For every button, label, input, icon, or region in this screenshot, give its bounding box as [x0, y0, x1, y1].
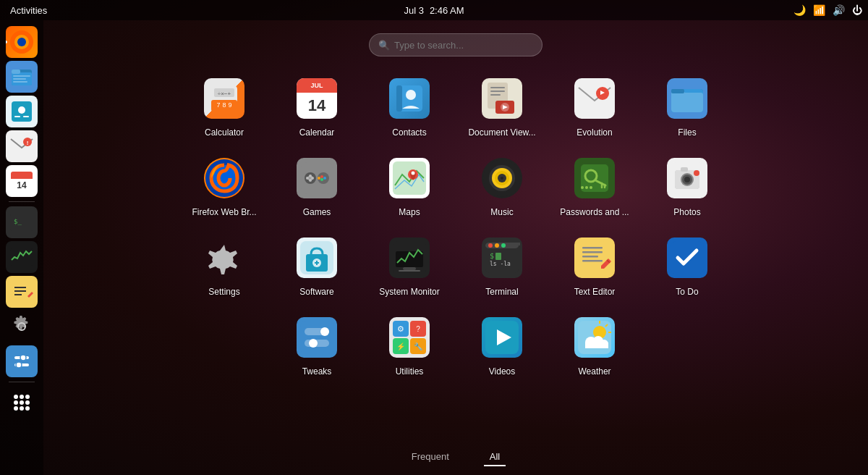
app-calendar[interactable]: JUL 14 Calendar — [271, 64, 363, 143]
svg-point-65 — [323, 177, 326, 180]
app-calculator[interactable]: ÷×−+ 7 8 9 Calculator — [178, 64, 271, 143]
todo-icon-wrap — [664, 235, 710, 281]
svg-rect-116 — [582, 251, 603, 253]
svg-rect-46 — [490, 94, 501, 96]
app-contacts[interactable]: Contacts — [363, 64, 456, 143]
music-label: Music — [490, 207, 513, 217]
top-bar-center: Jul 3 2:46 AM — [404, 5, 464, 16]
svg-point-92 — [684, 177, 690, 182]
svg-rect-11 — [14, 116, 20, 117]
sidebar-item-tweaks[interactable] — [6, 345, 38, 377]
sidebar-item-firefox[interactable] — [6, 26, 38, 58]
svg-rect-144 — [585, 342, 608, 348]
app-games[interactable]: Games — [271, 143, 363, 223]
app-grid: ÷×−+ 7 8 9 Calculator JUL — [178, 64, 733, 442]
app-evolution[interactable]: Evolution — [548, 64, 641, 143]
files-icon-wrap — [664, 75, 710, 122]
photos-icon-wrap — [664, 155, 710, 201]
svg-text:🔧: 🔧 — [414, 342, 423, 351]
tab-all[interactable]: All — [484, 448, 506, 466]
moon-icon[interactable]: 🌙 — [793, 4, 806, 16]
evolution-sidebar-icon: ! — [9, 133, 35, 159]
firefox-sidebar-icon — [9, 29, 35, 55]
sidebar-item-texteditor[interactable] — [6, 276, 38, 308]
svg-text:ls -la: ls -la — [490, 261, 511, 267]
sidebar-all-apps[interactable] — [6, 387, 38, 419]
calculator-icon: ÷×−+ 7 8 9 — [204, 78, 244, 119]
app-utilities[interactable]: ⚙ ? ⚡ 🔧 Utilities — [363, 303, 456, 382]
svg-text:⚙: ⚙ — [397, 324, 404, 333]
sidebar-item-calendar[interactable]: 14 — [6, 165, 38, 197]
sidebar: ! 14 $_ — [0, 20, 43, 475]
sidebar-item-settings[interactable] — [6, 311, 38, 342]
activities-button[interactable]: Activities — [6, 5, 51, 16]
volume-icon[interactable]: 🔊 — [833, 4, 845, 16]
firefox-icon — [204, 158, 244, 198]
games-icon-wrap — [294, 155, 340, 201]
svg-point-67 — [318, 177, 320, 180]
software-icon-wrap — [294, 235, 340, 281]
svg-rect-115 — [582, 247, 603, 249]
svg-rect-6 — [13, 75, 30, 77]
calendar-sidebar-icon: 14 — [9, 168, 35, 194]
app-settings[interactable]: Settings — [178, 223, 271, 303]
sysmon-icon — [389, 238, 430, 278]
terminal-label: Terminal — [485, 287, 518, 297]
svg-point-2 — [17, 38, 26, 46]
sidebar-item-evolution[interactable]: ! — [6, 130, 38, 162]
terminal-icon-wrap: $ ls -la — [479, 235, 525, 281]
search-input[interactable] — [394, 40, 533, 51]
app-tweaks[interactable]: Tweaks — [271, 303, 363, 382]
app-sysmonitor[interactable]: System Monitor — [363, 223, 456, 303]
texteditor-label: Text Editor — [574, 287, 616, 297]
weather-icon — [574, 317, 615, 358]
app-weather[interactable]: Weather — [548, 303, 641, 382]
svg-rect-12 — [23, 116, 29, 117]
passwords-icon-wrap — [571, 155, 618, 201]
app-terminal[interactable]: $ ls -la Terminal — [456, 223, 548, 303]
app-firefox[interactable]: Firefox Web Br... — [178, 143, 271, 223]
app-files[interactable]: Files — [641, 64, 733, 143]
app-photos[interactable]: Photos — [641, 143, 733, 223]
firefox-label: Firefox Web Br... — [192, 207, 256, 217]
svg-text:7: 7 — [216, 101, 220, 109]
sidebar-separator-2 — [9, 382, 35, 382]
search-icon: 🔍 — [378, 40, 390, 51]
svg-point-86 — [590, 186, 592, 189]
svg-text:?: ? — [416, 325, 420, 333]
svg-rect-104 — [399, 270, 420, 272]
sysmonitor-sidebar-icon — [9, 244, 35, 270]
svg-text:9: 9 — [228, 101, 231, 109]
app-music[interactable]: Music — [456, 143, 548, 223]
svg-point-109 — [495, 243, 499, 248]
app-passwords[interactable]: Passwords and ... — [548, 143, 641, 223]
search-bar[interactable]: 🔍 — [369, 33, 542, 56]
docviewer-icon — [482, 78, 522, 119]
evolution-icon — [574, 78, 615, 119]
app-maps[interactable]: Maps — [363, 143, 456, 223]
network-icon[interactable]: 📶 — [813, 4, 825, 16]
svg-point-84 — [581, 186, 584, 189]
sidebar-item-software[interactable] — [6, 96, 38, 127]
svg-rect-7 — [13, 78, 26, 80]
svg-point-66 — [320, 178, 323, 181]
documentviewer-label: Document View... — [468, 127, 535, 138]
sidebar-item-terminal[interactable]: $_ — [6, 206, 38, 238]
tab-frequent[interactable]: Frequent — [406, 448, 455, 466]
app-documentviewer[interactable]: Document View... — [456, 64, 548, 143]
app-texteditor[interactable]: Text Editor — [548, 223, 641, 303]
software-sidebar-icon — [9, 98, 35, 125]
svg-text:$: $ — [490, 252, 494, 260]
sidebar-item-files[interactable] — [6, 61, 38, 93]
app-todo[interactable]: To Do — [641, 223, 733, 303]
tweaks-icon-wrap — [294, 314, 340, 361]
app-videos[interactable]: Videos — [456, 303, 548, 382]
svg-point-77 — [501, 177, 503, 180]
app-software[interactable]: Software — [271, 223, 363, 303]
sidebar-item-sysmonitor[interactable] — [6, 241, 38, 273]
svg-rect-8 — [13, 81, 27, 83]
software-label: Software — [299, 287, 333, 297]
utilities-label: Utilities — [396, 366, 424, 377]
svg-rect-114 — [579, 241, 605, 274]
power-icon[interactable]: ⏻ — [852, 4, 862, 16]
